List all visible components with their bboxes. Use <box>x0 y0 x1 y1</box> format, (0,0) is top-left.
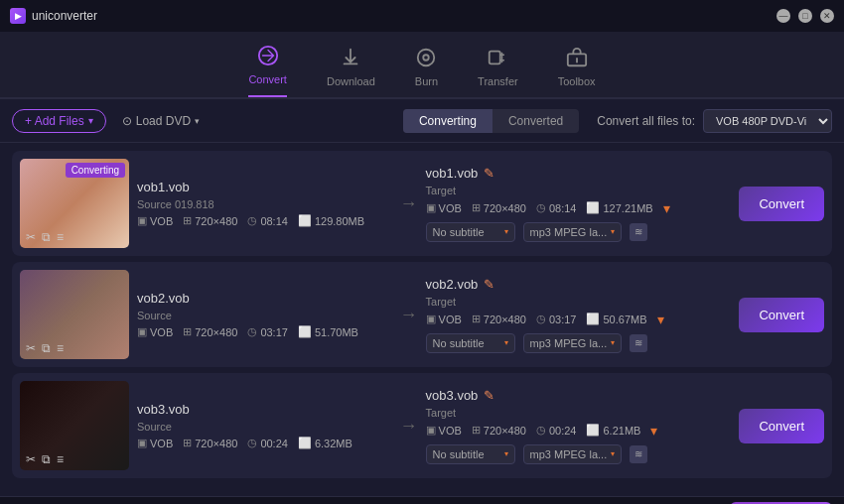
target-duration: ◷ 03:17 <box>536 313 577 325</box>
subtitle-select[interactable]: No subtitle ▾ <box>426 444 515 464</box>
convert-nav-icon <box>257 45 279 69</box>
cut-icon[interactable]: ✂ <box>26 452 36 466</box>
app-title: uniconverter <box>32 9 97 23</box>
target-meta: ▣ VOB ⊞ 720×480 ◷ 08:14 ⬜ 127.21MB ▾ <box>426 200 732 216</box>
nav-item-convert[interactable]: Convert <box>248 45 287 97</box>
thumbnail-3: ✂ ⧉ ≡ <box>20 381 129 470</box>
copy-icon[interactable]: ⧉ <box>42 230 51 244</box>
list-icon[interactable]: ≡ <box>57 341 64 355</box>
edit-icon[interactable]: ✎ <box>484 388 494 403</box>
tab-converting[interactable]: Converting <box>403 109 492 133</box>
source-label: Source 019.818 <box>137 198 392 210</box>
nav-label-download: Download <box>327 75 375 87</box>
audio-select[interactable]: mp3 MPEG la... ▾ <box>523 444 623 464</box>
target-dropdown-arrow[interactable]: ▾ <box>663 200 670 216</box>
target-dropdown-arrow[interactable]: ▾ <box>657 312 664 327</box>
source-duration: ◷ 00:24 <box>247 437 288 449</box>
burn-nav-icon <box>415 47 437 71</box>
format-icon: ▣ <box>137 214 147 227</box>
t-resolution-icon: ⊞ <box>472 313 481 325</box>
subtitle-select[interactable]: No subtitle ▾ <box>426 333 515 353</box>
subtitle-text: No subtitle <box>433 226 485 238</box>
source-label: Source <box>137 421 392 433</box>
source-resolution: ⊞ 720×480 <box>183 325 237 338</box>
load-dvd-button[interactable]: ⊙ Load DVD ▾ <box>114 110 208 132</box>
duration-icon: ◷ <box>247 214 257 227</box>
add-files-button[interactable]: + Add Files ▾ <box>12 109 106 133</box>
equalizer-icon[interactable]: ≋ <box>630 334 647 352</box>
audio-text: mp3 MPEG la... <box>530 226 608 238</box>
nav-item-toolbox[interactable]: Toolbox <box>558 47 596 97</box>
file-row: Converting ✂ ⧉ ≡ vob1.vob Source 019.818… <box>12 151 832 256</box>
edit-icon[interactable]: ✎ <box>484 166 494 181</box>
source-duration: ◷ 03:17 <box>247 325 288 338</box>
target-duration: ◷ 08:14 <box>536 201 577 214</box>
target-dropdown-arrow[interactable]: ▾ <box>650 423 657 439</box>
navbar: Convert Download Burn Transfer <box>0 32 844 99</box>
source-resolution: ⊞ 720×480 <box>183 214 237 227</box>
audio-select[interactable]: mp3 MPEG la... ▾ <box>523 333 623 353</box>
equalizer-icon[interactable]: ≋ <box>630 223 647 241</box>
convert-all-select[interactable]: VOB 480P DVD-Vi <box>703 109 832 133</box>
convert-button-3[interactable]: Convert <box>739 409 824 443</box>
source-size: ⬜ 51.70MB <box>298 325 358 338</box>
nav-item-download[interactable]: Download <box>327 47 375 97</box>
target-info-1: vob1.vob ✎ Target ▣ VOB ⊞ 720×480 ◷ 08:1… <box>426 166 732 242</box>
file-row: ✂ ⧉ ≡ vob2.vob Source ▣ VOB ⊞ 720×480 ◷ … <box>12 262 832 367</box>
convert-button-1[interactable]: Convert <box>739 187 824 221</box>
edit-icon[interactable]: ✎ <box>484 277 494 292</box>
target-resolution: ⊞ 720×480 <box>472 313 526 325</box>
audio-select[interactable]: mp3 MPEG la... ▾ <box>523 222 623 242</box>
nav-label-toolbox: Toolbox <box>558 75 596 87</box>
thumbnail-2: ✂ ⧉ ≡ <box>20 270 129 359</box>
tab-converted[interactable]: Converted <box>492 109 579 133</box>
target-label: Target <box>426 407 732 419</box>
minimize-button[interactable]: — <box>776 9 790 23</box>
file-list: Converting ✂ ⧉ ≡ vob1.vob Source 019.818… <box>0 143 844 496</box>
audio-arrow: ▾ <box>611 449 615 458</box>
convert-button-2[interactable]: Convert <box>739 298 824 332</box>
duration-icon: ◷ <box>247 325 257 338</box>
subtitle-arrow: ▾ <box>504 227 508 236</box>
target-name-row: vob3.vob ✎ <box>426 388 732 403</box>
source-format: ▣ VOB <box>137 214 173 227</box>
target-filename: vob2.vob <box>426 277 479 292</box>
source-format: ▣ VOB <box>137 437 173 449</box>
svg-rect-3 <box>490 52 500 64</box>
maximize-button[interactable]: □ <box>798 9 812 23</box>
arrow-icon: → <box>400 193 418 214</box>
copy-icon[interactable]: ⧉ <box>42 452 51 466</box>
target-meta: ▣ VOB ⊞ 720×480 ◷ 00:24 ⬜ 6.21MB ▾ <box>426 423 732 439</box>
cut-icon[interactable]: ✂ <box>26 230 36 244</box>
target-size: ⬜ 6.21MB <box>586 424 640 437</box>
target-filename: vob3.vob <box>426 388 479 403</box>
t-resolution-icon: ⊞ <box>472 424 481 437</box>
nav-label-transfer: Transfer <box>478 75 518 87</box>
target-name-row: vob2.vob ✎ <box>426 277 732 292</box>
target-duration: ◷ 00:24 <box>536 424 577 437</box>
subtitle-arrow: ▾ <box>504 338 508 347</box>
nav-item-burn[interactable]: Burn <box>415 47 438 97</box>
close-button[interactable]: ✕ <box>820 9 834 23</box>
subtitle-select[interactable]: No subtitle ▾ <box>426 222 515 242</box>
resolution-icon: ⊞ <box>183 437 192 449</box>
titlebar: ▶ uniconverter — □ ✕ <box>0 0 844 32</box>
copy-icon[interactable]: ⧉ <box>42 341 51 355</box>
list-icon[interactable]: ≡ <box>57 230 64 244</box>
size-icon: ⬜ <box>298 214 312 227</box>
nav-label-convert: Convert <box>248 73 287 85</box>
arrow-icon: → <box>400 305 418 325</box>
load-dvd-arrow-icon: ▾ <box>195 116 200 126</box>
cut-icon[interactable]: ✂ <box>26 341 36 355</box>
t-size-icon: ⬜ <box>586 424 600 437</box>
target-info-3: vob3.vob ✎ Target ▣ VOB ⊞ 720×480 ◷ 00:2… <box>426 388 732 464</box>
toolbox-nav-icon <box>566 47 588 71</box>
audio-text: mp3 MPEG la... <box>530 448 608 460</box>
load-dvd-icon: ⊙ <box>122 114 132 128</box>
equalizer-icon[interactable]: ≋ <box>630 445 647 463</box>
source-size: ⬜ 129.80MB <box>298 214 364 227</box>
nav-item-transfer[interactable]: Transfer <box>478 47 518 97</box>
list-icon[interactable]: ≡ <box>57 452 64 466</box>
source-filename: vob3.vob <box>137 402 392 417</box>
dropdown-row: No subtitle ▾ mp3 MPEG la... ▾ ≋ <box>426 333 732 353</box>
